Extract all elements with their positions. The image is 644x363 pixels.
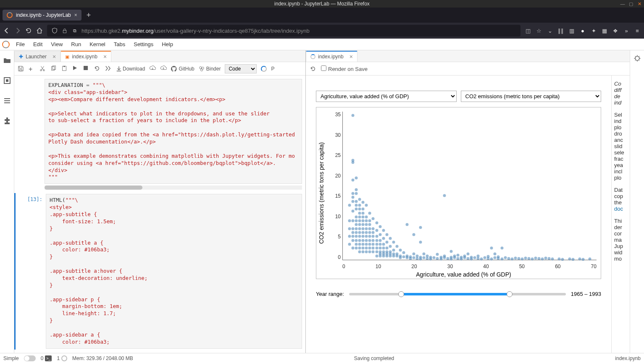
- nav-forward-icon[interactable]: [14, 27, 21, 34]
- ext-grid-icon[interactable]: ◫: [525, 27, 531, 34]
- cell-type-select[interactable]: Code: [225, 64, 257, 73]
- property-inspector-icon[interactable]: [633, 55, 641, 62]
- tab-close-icon[interactable]: ×: [350, 53, 353, 60]
- scatter-chart: CO2 emissions (metric tons per capita) 0…: [316, 107, 601, 279]
- running-icon[interactable]: [3, 76, 11, 85]
- restart-run-icon[interactable]: [105, 65, 112, 72]
- terminal-count[interactable]: 0>_: [41, 355, 52, 361]
- download-button[interactable]: Download: [116, 66, 145, 72]
- cell-input[interactable]: HTML("""\ <style> .app-subtitle { font-s…: [46, 194, 302, 348]
- voila-sidebar: CodiffdeindSelindplodroancslidselefracye…: [611, 76, 630, 353]
- ext2-icon[interactable]: ▦: [601, 27, 608, 34]
- editor-tabs: ✚ Launcher × ▣ index.ipynb ×: [14, 50, 305, 62]
- notebook-icon: ▣: [65, 54, 69, 60]
- cloud-upload-icon[interactable]: [160, 65, 167, 72]
- account-icon[interactable]: ●: [579, 27, 586, 34]
- new-tab-button[interactable]: +: [87, 11, 91, 20]
- tab-close-icon[interactable]: ×: [103, 53, 107, 60]
- window-max-icon[interactable]: ▢: [628, 0, 634, 6]
- restart-icon[interactable]: [94, 65, 101, 72]
- save-icon[interactable]: [18, 65, 24, 72]
- year-range-slider[interactable]: [349, 293, 566, 295]
- slider-handle-high[interactable]: [507, 291, 513, 297]
- menu-kernel[interactable]: Kernel: [85, 41, 110, 47]
- notebook-content[interactable]: EXPLANATION = EXPLANATION = """\ <div cl…: [14, 76, 305, 353]
- status-simple-label: Simple: [3, 355, 19, 361]
- window-min-icon[interactable]: —: [620, 0, 626, 6]
- menu-help[interactable]: Help: [158, 41, 177, 47]
- add-cell-icon[interactable]: +: [29, 65, 35, 72]
- sidebar-icon[interactable]: ▥: [568, 27, 575, 34]
- overflow-icon[interactable]: »: [623, 27, 630, 34]
- shield-icon: [51, 27, 58, 34]
- url-bar[interactable]: ⧉ https://hub.gke2.mybinder.org/user/voi…: [47, 25, 520, 37]
- svg-point-12: [200, 69, 202, 71]
- cut-icon[interactable]: [39, 65, 46, 72]
- ext3-icon[interactable]: ❖: [612, 27, 619, 34]
- preview-toolbar: Render on Save: [306, 62, 630, 76]
- nav-reload-icon[interactable]: [25, 27, 32, 34]
- tab-close-icon[interactable]: ×: [53, 53, 56, 60]
- binder-button[interactable]: Binder: [199, 66, 221, 72]
- menu-tabs[interactable]: Tabs: [110, 41, 129, 47]
- chart-y-ticks: 05101520253035: [326, 112, 341, 260]
- tab-launcher[interactable]: ✚ Launcher ×: [14, 51, 60, 62]
- github-button[interactable]: GitHub: [171, 66, 194, 72]
- cloud-download-icon[interactable]: [149, 65, 156, 72]
- tab-close-icon[interactable]: ×: [74, 12, 77, 18]
- svg-rect-0: [63, 30, 66, 33]
- browser-tab-active[interactable]: index.ipynb - JupyterLab ×: [3, 10, 81, 21]
- kernel-status-icon: [261, 66, 267, 72]
- cell-prompt: [13]:: [19, 194, 46, 348]
- right-utility-bar: [630, 50, 644, 353]
- year-range-value: 1965 – 1993: [571, 291, 601, 297]
- menu-edit[interactable]: Edit: [29, 41, 47, 47]
- menu-run[interactable]: Run: [67, 41, 85, 47]
- tab-preview-label: index.ipynb: [318, 54, 344, 60]
- nav-home-icon[interactable]: [36, 27, 43, 34]
- stop-icon[interactable]: [83, 65, 90, 72]
- render-on-save-checkbox[interactable]: Render on Save: [321, 65, 368, 72]
- copy-icon[interactable]: [50, 65, 57, 72]
- x-indicator-select[interactable]: Agriculture, value added (% of GDP): [316, 91, 457, 102]
- library-icon[interactable]: ∥∥: [557, 27, 564, 34]
- pocket-icon[interactable]: ⌄: [547, 27, 553, 34]
- code-cell[interactable]: EXPLANATION = EXPLANATION = """\ <div cl…: [14, 78, 305, 185]
- paste-icon[interactable]: [61, 65, 68, 72]
- cell-prompt: [18, 79, 45, 184]
- jupyter-menubar: File Edit View Run Kernel Tabs Settings …: [0, 39, 644, 50]
- bookmark-star-icon[interactable]: ☆: [536, 27, 542, 34]
- jupyter-logo-icon[interactable]: [0, 39, 12, 50]
- tab-preview[interactable]: index.ipynb ×: [306, 51, 357, 62]
- cell-input[interactable]: EXPLANATION = EXPLANATION = """\ <div cl…: [45, 79, 302, 184]
- horizontal-scrollbar[interactable]: [45, 185, 302, 190]
- lock-icon: [61, 27, 68, 34]
- ext1-icon[interactable]: ✦: [590, 27, 597, 34]
- kernel-count[interactable]: 1: [57, 355, 67, 361]
- tab-notebook[interactable]: ▣ index.ipynb ×: [60, 51, 111, 62]
- simple-toggle[interactable]: [24, 355, 36, 361]
- refresh-icon[interactable]: [310, 66, 316, 72]
- y-indicator-select[interactable]: CO2 emissions (metric tons per capita): [461, 91, 602, 102]
- slider-handle-low[interactable]: [398, 291, 404, 297]
- hamburger-icon[interactable]: ≡: [634, 27, 641, 34]
- kernel-icon: [61, 355, 67, 361]
- svg-rect-8: [63, 65, 65, 67]
- folder-icon[interactable]: [3, 56, 11, 65]
- svg-point-10: [199, 66, 201, 68]
- svg-point-4: [43, 69, 45, 71]
- code-cell-active[interactable]: [13]: HTML("""\ <style> .app-subtitle { …: [14, 193, 305, 349]
- menu-file[interactable]: File: [12, 41, 29, 47]
- extensions-icon[interactable]: [3, 117, 11, 125]
- activity-bar: [0, 50, 14, 353]
- status-bar: Simple 0>_ 1 Mem: 329.36 / 2048.00 MB Sa…: [0, 353, 644, 363]
- toc-icon[interactable]: [3, 97, 11, 105]
- browser-nav-bar: ⧉ https://hub.gke2.mybinder.org/user/voi…: [0, 23, 644, 39]
- chart-x-label: Agriculture, value added (% of GDP): [326, 271, 601, 278]
- menu-settings[interactable]: Settings: [129, 41, 158, 47]
- run-icon[interactable]: [72, 65, 79, 72]
- nav-back-icon[interactable]: [3, 27, 10, 34]
- window-close-icon[interactable]: ✕: [636, 0, 642, 6]
- preview-pane: index.ipynb × Render on Save Agriculture…: [306, 50, 630, 353]
- menu-view[interactable]: View: [47, 41, 67, 47]
